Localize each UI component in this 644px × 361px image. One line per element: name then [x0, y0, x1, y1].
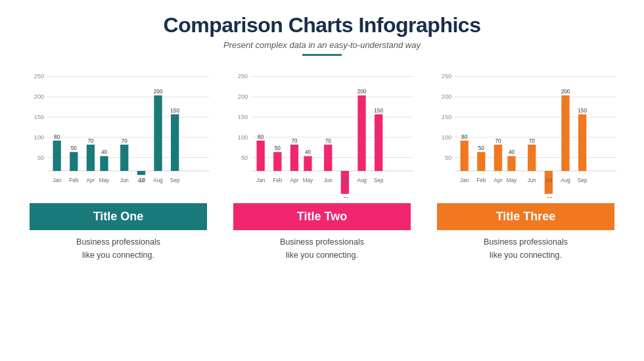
svg-text:Jan: Jan [460, 178, 469, 183]
svg-text:70: 70 [122, 138, 128, 144]
svg-text:40: 40 [305, 149, 311, 155]
svg-text:70: 70 [325, 138, 332, 144]
svg-text:May: May [99, 178, 110, 183]
svg-text:150: 150 [374, 108, 383, 114]
svg-text:Aug: Aug [153, 178, 163, 183]
svg-text:Jun: Jun [528, 178, 537, 183]
page: Comparison Charts Infographics Present c… [0, 0, 644, 361]
svg-text:100: 100 [238, 134, 248, 141]
svg-text:40: 40 [509, 149, 515, 155]
svg-text:150: 150 [238, 114, 248, 120]
svg-text:Feb: Feb [273, 178, 283, 183]
bar-apr-1 [87, 145, 95, 171]
bar-apr-3 [494, 145, 502, 171]
svg-text:Jun: Jun [324, 178, 333, 183]
chart-svg-one: 250 200 150 100 50 80 50 70 [20, 66, 217, 198]
main-title: Comparison Charts Infographics [164, 13, 481, 37]
svg-text:Feb: Feb [476, 178, 486, 183]
header: Comparison Charts Infographics Present c… [164, 13, 481, 64]
bar-sep-3 [578, 114, 586, 171]
description-two: Business professionals like you connecti… [280, 235, 364, 262]
svg-text:Feb: Feb [69, 178, 79, 183]
title-box-two: Title Two [233, 203, 411, 230]
bar-jun-2 [324, 145, 332, 171]
svg-text:150: 150 [34, 114, 44, 120]
svg-text:50: 50 [37, 155, 44, 161]
svg-text:May: May [303, 178, 313, 183]
description-one: Business professionals like you connecti… [76, 235, 160, 262]
svg-text:250: 250 [34, 73, 44, 80]
chart-container-one: 250 200 150 100 50 80 50 70 [20, 66, 217, 198]
title-box-one: Title One [30, 203, 207, 230]
divider [302, 54, 342, 56]
title-one-label: Title One [93, 210, 144, 223]
bar-aug-3 [561, 95, 569, 171]
svg-text:Apr: Apr [87, 178, 95, 183]
bar-may-3 [507, 156, 515, 171]
svg-text:150: 150 [170, 108, 179, 114]
svg-text:Sep: Sep [374, 178, 384, 183]
svg-text:Apr: Apr [494, 178, 503, 183]
svg-text:50: 50 [275, 145, 281, 151]
svg-text:100: 100 [34, 134, 44, 141]
svg-text:50: 50 [445, 155, 451, 161]
svg-text:200: 200 [442, 93, 451, 100]
chart-section-two: 250 200 150 100 50 80 50 70 40 70 [223, 66, 421, 262]
svg-text:50: 50 [71, 145, 78, 151]
svg-text:Apr: Apr [290, 178, 299, 183]
subtitle: Present complex data in an easy-to-under… [164, 40, 481, 50]
bar-jul-1 [137, 171, 145, 175]
charts-row: 250 200 150 100 50 80 50 70 [20, 66, 624, 262]
bar-apr-2 [290, 145, 298, 171]
bar-jun-1 [120, 145, 128, 171]
svg-text:80: 80 [461, 134, 468, 140]
svg-text:50: 50 [241, 155, 248, 161]
svg-text:40: 40 [101, 149, 108, 155]
title-two-label: Title Two [297, 210, 347, 223]
svg-text:Sep: Sep [170, 178, 180, 183]
bar-sep-1 [171, 114, 179, 171]
svg-text:Sep: Sep [578, 178, 587, 183]
svg-text:150: 150 [442, 114, 451, 120]
svg-text:200: 200 [154, 89, 163, 95]
svg-text:70: 70 [495, 138, 501, 144]
bar-jun-3 [528, 145, 536, 171]
title-three-label: Title Three [496, 210, 556, 223]
chart-svg-three: 250 200 150 100 50 80 50 70 40 70 [427, 66, 624, 198]
bar-jan-1 [53, 141, 61, 171]
bar-jan-2 [257, 141, 265, 171]
chart-container-three: 250 200 150 100 50 80 50 70 40 70 [427, 66, 624, 198]
description-three: Business professionals like you connecti… [484, 235, 568, 262]
bar-feb-1 [70, 152, 78, 171]
svg-text:Jul: Jul [545, 178, 553, 183]
svg-text:Jul: Jul [342, 178, 349, 183]
svg-text:80: 80 [54, 134, 60, 140]
svg-text:Aug: Aug [561, 178, 570, 183]
bar-aug-1 [154, 95, 162, 171]
svg-text:200: 200 [238, 93, 248, 100]
bar-aug-2 [357, 95, 365, 171]
svg-text:70: 70 [291, 138, 298, 144]
svg-text:Jul: Jul [138, 178, 145, 183]
svg-text:70: 70 [87, 138, 94, 144]
svg-text:-60: -60 [545, 197, 553, 198]
svg-text:250: 250 [442, 73, 451, 80]
svg-text:70: 70 [529, 138, 536, 144]
bar-feb-2 [273, 152, 281, 171]
svg-text:250: 250 [238, 73, 248, 80]
svg-text:Jan: Jan [256, 178, 265, 183]
chart-container-two: 250 200 150 100 50 80 50 70 40 70 [223, 66, 421, 198]
chart-svg-two: 250 200 150 100 50 80 50 70 40 70 [223, 66, 421, 198]
bar-may-1 [100, 156, 108, 171]
svg-text:May: May [507, 178, 517, 183]
bar-may-2 [304, 156, 311, 171]
svg-text:50: 50 [478, 145, 485, 151]
svg-text:Jan: Jan [53, 178, 62, 183]
svg-text:80: 80 [258, 134, 264, 140]
bar-feb-3 [477, 152, 485, 171]
svg-text:Aug: Aug [357, 178, 367, 183]
svg-text:200: 200 [357, 89, 367, 95]
bar-jan-3 [461, 141, 469, 171]
svg-text:Jun: Jun [120, 178, 129, 183]
svg-text:100: 100 [442, 134, 451, 141]
